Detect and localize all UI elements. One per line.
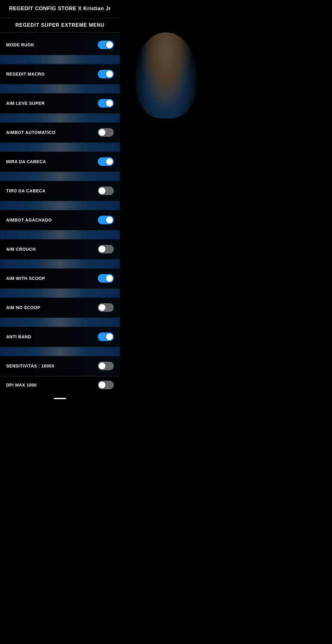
app-title: REGEDIT CONFIG STORE X Kristian Jr: [9, 6, 111, 11]
setting-label-tiro-da-cabeca: TIRO DA CABECA: [6, 188, 45, 193]
toggle-mode-ruok[interactable]: [98, 41, 114, 49]
toggle-aim-with-scoop[interactable]: [98, 274, 114, 283]
toggle-wrapper-mira-da-cabeca[interactable]: [98, 157, 114, 166]
toggle-knob: [99, 382, 105, 388]
toggle-wrapper-mode-ruok[interactable]: [98, 41, 114, 49]
bg-strip-9: [0, 289, 120, 298]
bg-strip-4: [0, 143, 120, 152]
setting-item-sensitivitas: SENSITIVITAS : 1000X: [0, 356, 120, 376]
toggle-sensitivitas[interactable]: [98, 362, 114, 370]
bg-strip-10: [0, 318, 120, 327]
setting-label-regedit-macro: REGEDIT MACRO: [6, 72, 45, 77]
nav-bottom: [0, 394, 120, 403]
bottom-bar: DPI MAX 1000: [0, 376, 120, 394]
toggle-wrapper-regedit-macro[interactable]: [98, 70, 114, 78]
toggle-wrapper-aim-with-scoop[interactable]: [98, 274, 114, 283]
setting-item-aim-leve-super: AIM LEVE SUPER: [0, 93, 120, 113]
setting-label-aim-with-scoop: AIM WITH SCOOP: [6, 276, 45, 281]
toggle-knob-aimbot-agachado: [106, 217, 113, 223]
toggle-knob-aim-leve-super: [106, 100, 113, 107]
setting-item-aimbot-agachado: AIMBOT AGACHADO: [0, 210, 120, 230]
toggle-knob-aimbot-automatico: [99, 129, 105, 136]
setting-item-regedit-macro: REGEDIT MACRO: [0, 64, 120, 84]
setting-item-aim-with-scoop: AIM WITH SCOOP: [0, 269, 120, 289]
toggle-knob-mira-da-cabeca: [106, 158, 113, 165]
toggle-wrapper-anti-band[interactable]: [98, 332, 114, 341]
setting-item-aimbot-automatico: AIMBOT AUTOMATICO: [0, 123, 120, 143]
setting-label-mira-da-cabeca: MIRA DA CABECA: [6, 159, 46, 164]
bg-strip-2: [0, 84, 120, 93]
bottom-toggle-wrapper[interactable]: [98, 381, 114, 389]
toggle-wrapper-aim-crouch[interactable]: [98, 245, 114, 253]
toggle-aim-crouch[interactable]: [98, 245, 114, 253]
setting-label-mode-ruok: MODE RUOK: [6, 42, 34, 47]
setting-label-aim-crouch: AIM CROUCH: [6, 247, 36, 252]
settings-list: MODE RUOKREGEDIT MACROAIM LEVE SUPERAIMB…: [0, 35, 120, 376]
toggle-wrapper-aim-no-scoop[interactable]: [98, 303, 114, 312]
toggle-knob-sensitivitas: [99, 363, 105, 369]
setting-item-mira-da-cabeca: MIRA DA CABECA: [0, 152, 120, 172]
toggle-mira-da-cabeca[interactable]: [98, 157, 114, 166]
setting-label-sensitivitas: SENSITIVITAS : 1000X: [6, 363, 55, 368]
app-header: REGEDIT CONFIG STORE X Kristian Jr: [0, 0, 120, 15]
toggle-aim-leve-super[interactable]: [98, 99, 114, 108]
toggle-knob-aim-with-scoop: [106, 275, 113, 282]
bg-strip-1: [0, 55, 120, 64]
bg-strip-7: [0, 230, 120, 239]
toggle-wrapper-sensitivitas[interactable]: [98, 362, 114, 370]
toggle-wrapper-aimbot-automatico[interactable]: [98, 128, 114, 137]
toggle-wrapper-aimbot-agachado[interactable]: [98, 216, 114, 224]
setting-item-aim-crouch: AIM CROUCH: [0, 239, 120, 259]
toggle-knob-aim-crouch: [99, 246, 105, 253]
toggle-aimbot-automatico[interactable]: [98, 128, 114, 137]
setting-label-aim-no-scoop: AIM NO SCOOP: [6, 305, 40, 310]
menu-title: REGEDIT SUPER EXTREME MENU: [15, 22, 105, 28]
toggle-knob-aim-no-scoop: [99, 304, 105, 311]
bg-strip-6: [0, 201, 120, 210]
bottom-toggle[interactable]: [98, 381, 114, 389]
toggle-knob-regedit-macro: [106, 71, 113, 77]
toggle-aimbot-agachado[interactable]: [98, 216, 114, 224]
bottom-label: DPI MAX 1000: [6, 383, 37, 387]
nav-indicator: [54, 398, 66, 399]
setting-label-aimbot-agachado: AIMBOT AGACHADO: [6, 218, 52, 222]
setting-item-tiro-da-cabeca: TIRO DA CABECA: [0, 181, 120, 201]
setting-label-aim-leve-super: AIM LEVE SUPER: [6, 101, 45, 106]
toggle-knob-anti-band: [106, 333, 113, 340]
toggle-anti-band[interactable]: [98, 332, 114, 341]
setting-label-aimbot-automatico: AIMBOT AUTOMATICO: [6, 130, 56, 135]
toggle-aim-no-scoop[interactable]: [98, 303, 114, 312]
bg-strip-11: [0, 347, 120, 356]
toggle-regedit-macro[interactable]: [98, 70, 114, 78]
bg-strip-5: [0, 172, 120, 181]
toggle-wrapper-aim-leve-super[interactable]: [98, 99, 114, 108]
toggle-knob-mode-ruok: [106, 41, 113, 48]
bg-strip-8: [0, 259, 120, 269]
bg-strip-3: [0, 113, 120, 123]
setting-label-anti-band: ANTI BAND: [6, 334, 31, 339]
setting-item-anti-band: ANTI BAND: [0, 327, 120, 347]
toggle-tiro-da-cabeca[interactable]: [98, 187, 114, 195]
setting-item-mode-ruok: MODE RUOK: [0, 35, 120, 55]
setting-item-aim-no-scoop: AIM NO SCOOP: [0, 298, 120, 318]
toggle-wrapper-tiro-da-cabeca[interactable]: [98, 187, 114, 195]
menu-title-bar: REGEDIT SUPER EXTREME MENU: [0, 18, 120, 33]
toggle-knob-tiro-da-cabeca: [99, 187, 105, 194]
